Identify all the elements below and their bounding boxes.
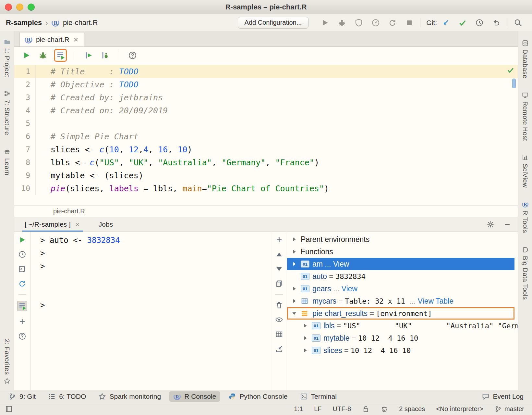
- add-configuration-button[interactable]: Add Configuration...: [238, 17, 309, 29]
- view-link[interactable]: View: [333, 260, 349, 269]
- tool-button-big-data-tools[interactable]: Big Data Tools: [521, 246, 529, 300]
- console-tab-jobs[interactable]: Jobs: [96, 217, 115, 232]
- interpreter-selector[interactable]: <No interpreter>: [436, 405, 483, 413]
- expand-toggle[interactable]: [291, 285, 301, 292]
- variable-row[interactable]: 01am ... View: [287, 258, 514, 270]
- restart-icon[interactable]: [18, 280, 26, 288]
- code-line[interactable]: 1# Title : TODO: [14, 65, 518, 78]
- help-icon[interactable]: [128, 51, 137, 60]
- toolwindow-button-python-console[interactable]: Python Console: [224, 391, 291, 402]
- run-icon[interactable]: [22, 51, 31, 60]
- indent-info[interactable]: 2 spaces: [399, 405, 425, 413]
- profiler-icon[interactable]: [371, 19, 380, 27]
- line-number[interactable]: 4: [14, 104, 36, 117]
- line-number[interactable]: 7: [14, 143, 36, 156]
- toolwindow-button-terminal[interactable]: Terminal: [296, 391, 341, 402]
- variable-row[interactable]: Parent environments: [287, 233, 514, 245]
- expand-toggle[interactable]: [302, 335, 312, 341]
- code-line[interactable]: 9mytable <- (slices): [14, 169, 518, 182]
- rollback-icon[interactable]: [492, 19, 501, 27]
- up-icon[interactable]: [275, 250, 283, 258]
- tool-button-database[interactable]: Database: [521, 40, 529, 79]
- code-line[interactable]: 6# Simple Pie Chart: [14, 130, 518, 143]
- coverage-icon[interactable]: [355, 19, 363, 27]
- import-icon[interactable]: [275, 345, 283, 353]
- expand-toggle[interactable]: [291, 248, 301, 255]
- edit-console-icon[interactable]: [18, 265, 26, 273]
- bug-dim-icon[interactable]: [338, 19, 346, 27]
- variable-row[interactable]: 01mytable = 10 12 4 16 10: [287, 332, 514, 344]
- inspections-ok-icon[interactable]: [507, 66, 514, 74]
- expand-toggle[interactable]: [302, 347, 312, 354]
- view-link[interactable]: View: [342, 284, 357, 293]
- breadcrumb-file[interactable]: pie-chart.R: [63, 19, 98, 27]
- softwrap-icon[interactable]: [18, 302, 26, 310]
- plus-icon[interactable]: [275, 236, 283, 244]
- expand-toggle[interactable]: [291, 261, 301, 267]
- code-line[interactable]: 8lbls <- c("US", "UK", "Australia", "Ger…: [14, 156, 518, 169]
- code-line[interactable]: 4# Created on: 20/09/2019: [14, 104, 518, 117]
- editor-tab-pie-chart[interactable]: R pie-chart.R: [19, 32, 84, 46]
- tool-button-r-tools[interactable]: RR Tools: [521, 201, 529, 233]
- update-icon[interactable]: [441, 19, 450, 27]
- grid-icon[interactable]: [275, 330, 283, 338]
- line-separator[interactable]: LF: [314, 405, 321, 413]
- line-number[interactable]: 6: [14, 130, 36, 143]
- toolwindow-button-git[interactable]: 9: Git: [5, 391, 40, 402]
- hide-panel-icon[interactable]: [503, 220, 511, 228]
- code-editor[interactable]: 1# Title : TODO2# Objective : TODO3# Cre…: [14, 64, 518, 205]
- tool-button-sciview[interactable]: SciView: [521, 154, 529, 188]
- toolwindow-button-event-log[interactable]: Event Log: [478, 391, 527, 402]
- close-tab-icon[interactable]: [75, 221, 80, 227]
- variable-row[interactable]: 01gears ... View: [287, 283, 514, 295]
- console-output[interactable]: > auto <- 3832834 > > >: [30, 232, 271, 390]
- rerun-icon[interactable]: [388, 19, 397, 27]
- variable-row[interactable]: 01slices = 10 12 4 16 10: [287, 344, 514, 357]
- run-caret-icon[interactable]: [84, 51, 93, 60]
- code-line[interactable]: 10pie(slices, labels = lbls, main="Pie C…: [14, 182, 518, 195]
- caret-position[interactable]: 1:1: [294, 405, 303, 413]
- clock-icon[interactable]: [18, 250, 26, 258]
- close-window-button[interactable]: [5, 4, 12, 11]
- clock-icon[interactable]: [475, 19, 484, 27]
- toolwindow-button-r-console[interactable]: RR Console: [169, 391, 220, 402]
- zoom-window-button[interactable]: [28, 4, 35, 11]
- toolwindow-button-todo[interactable]: 6: TODO: [44, 391, 90, 402]
- pressed-toggle[interactable]: [17, 301, 27, 311]
- line-number[interactable]: 3: [14, 91, 36, 104]
- stop-icon[interactable]: [405, 19, 414, 27]
- tool-button-favorites[interactable]: 2: Favorites: [3, 339, 11, 384]
- tool-button-structure[interactable]: 7: Structure: [3, 90, 11, 135]
- variable-row[interactable]: mycars = Table: 32 x 11 ... View Table: [287, 295, 514, 307]
- plus-icon[interactable]: [18, 318, 26, 326]
- highlighting-level-item[interactable]: [381, 405, 388, 413]
- line-number[interactable]: 10: [14, 182, 36, 195]
- expand-toggle[interactable]: [302, 322, 312, 329]
- variable-row[interactable]: pie-chart_results = [environment]: [287, 307, 514, 320]
- down-icon[interactable]: [275, 265, 283, 273]
- view-link[interactable]: View Table: [418, 297, 453, 306]
- line-number[interactable]: 8: [14, 156, 36, 169]
- tool-button-project[interactable]: 1: Project: [3, 38, 11, 77]
- line-number[interactable]: 9: [14, 169, 36, 182]
- code-line[interactable]: 3# Created by: jetbrains: [14, 91, 518, 104]
- help-icon[interactable]: [18, 332, 26, 340]
- expand-toggle[interactable]: [291, 236, 301, 243]
- console-tab-r-samples[interactable]: [ ~/R-samples ]: [22, 217, 83, 232]
- line-number[interactable]: 5: [14, 117, 36, 130]
- run-icon[interactable]: [18, 236, 26, 244]
- eye-icon[interactable]: [275, 316, 283, 324]
- editor-scrollbar-thumb[interactable]: [512, 79, 516, 88]
- lock-item[interactable]: [362, 405, 369, 413]
- line-number[interactable]: 2: [14, 78, 36, 91]
- expand-toggle[interactable]: [291, 298, 301, 304]
- search-icon[interactable]: [514, 19, 522, 27]
- variable-row[interactable]: 01lbls = "US" "UK" "Australia" "German: [287, 320, 514, 332]
- breadcrumb-file-item[interactable]: pie-chart.R: [53, 208, 85, 215]
- settings-gear-icon[interactable]: [487, 220, 494, 228]
- play-dim-icon[interactable]: [321, 19, 329, 27]
- commit-icon[interactable]: [458, 19, 467, 27]
- copy-icon[interactable]: [275, 280, 283, 288]
- layout-toggle-icon[interactable]: [5, 405, 13, 413]
- code-line[interactable]: 7slices <- c(10, 12,4, 16, 10): [14, 143, 518, 156]
